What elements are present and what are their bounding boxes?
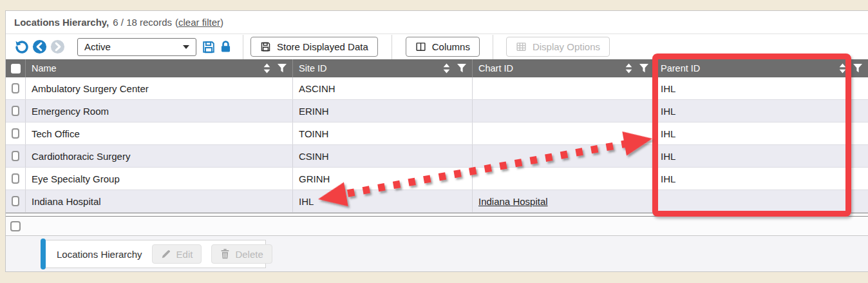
filter-funnel-icon[interactable]: [639, 64, 648, 73]
column-header-parent-id[interactable]: Parent ID: [654, 59, 868, 77]
column-label-name: Name: [32, 63, 256, 73]
cell-name: Eye Specialty Group: [25, 168, 292, 190]
columns-label: Columns: [432, 41, 470, 52]
sort-icon[interactable]: [625, 63, 633, 73]
row-checkbox-cell: [6, 190, 25, 212]
cell-site-id: GRINH: [292, 168, 472, 190]
cell-parent-id: [654, 190, 868, 212]
display-options-label: Display Options: [533, 41, 600, 52]
records-count: 6 / 18 records: [113, 17, 172, 28]
row-checkbox-cell: [6, 77, 25, 99]
sort-icon[interactable]: [838, 63, 847, 73]
cell-site-id: CSINH: [292, 145, 472, 167]
column-label-site-id: Site ID: [299, 63, 436, 73]
cell-site-id: ERINH: [292, 100, 472, 122]
paren-close: ): [220, 17, 223, 28]
sort-icon[interactable]: [263, 63, 271, 73]
table-row[interactable]: Ambulatory Surgery Center ASCINH IHL: [6, 77, 868, 100]
columns-button[interactable]: Columns: [406, 37, 480, 57]
store-displayed-data-label: Store Displayed Data: [277, 41, 368, 52]
lock-icon[interactable]: [219, 40, 232, 54]
chevron-down-icon: [183, 45, 189, 49]
view-filter-select[interactable]: Active: [77, 38, 196, 56]
column-header-site-id[interactable]: Site ID: [292, 59, 472, 77]
cell-chart-id: [472, 168, 654, 190]
forward-button-icon[interactable]: [50, 39, 65, 54]
cell-parent-id: IHL: [654, 145, 868, 167]
save-icon: [260, 41, 271, 52]
accent-bar: [41, 239, 46, 269]
filter-funnel-icon[interactable]: [457, 64, 466, 73]
cell-parent-id: IHL: [654, 168, 868, 190]
filter-funnel-icon[interactable]: [278, 64, 287, 73]
cell-name: Tech Office: [25, 122, 292, 144]
bottom-section: Locations Hierarchy Edit Delete: [6, 236, 868, 271]
page-title: Locations Hierarchy,: [14, 17, 109, 28]
toolbar: Active Store Displayed Data: [6, 34, 868, 59]
cell-chart-id: [472, 100, 654, 122]
store-displayed-data-button[interactable]: Store Displayed Data: [250, 37, 378, 57]
save-view-icon[interactable]: [202, 40, 216, 54]
trash-icon: [220, 249, 230, 259]
cell-chart-id: Indiana Hospital: [472, 190, 654, 212]
panel-title-bar: Locations Hierarchy, 6 / 18 records ( cl…: [6, 11, 868, 34]
cell-site-id: IHL: [292, 190, 472, 212]
row-checkbox-cell: [6, 100, 25, 122]
display-options-button[interactable]: Display Options: [506, 37, 610, 57]
delete-button-label: Delete: [235, 249, 263, 260]
selection-title: Locations Hierarchy: [57, 249, 142, 260]
refresh-icon[interactable]: [14, 39, 29, 55]
row-checkbox[interactable]: [12, 151, 19, 161]
delete-button[interactable]: Delete: [211, 244, 272, 264]
cell-parent-id: IHL: [654, 122, 868, 144]
toolbar-divider: [392, 35, 392, 59]
row-checkbox[interactable]: [12, 83, 19, 93]
cell-site-id: TOINH: [292, 122, 472, 144]
cell-name: Emergency Room: [25, 100, 292, 122]
select-all-checkbox-cell: [6, 59, 25, 77]
edit-button-label: Edit: [176, 249, 193, 260]
pencil-icon: [161, 249, 171, 259]
row-checkbox-cell: [6, 168, 25, 190]
row-checkbox[interactable]: [12, 173, 19, 184]
column-header-chart-id[interactable]: Chart ID: [472, 59, 654, 77]
table-row[interactable]: Emergency Room ERINH IHL: [6, 100, 868, 122]
filter-funnel-icon[interactable]: [853, 64, 862, 73]
select-all-checkbox[interactable]: [11, 64, 21, 73]
toolbar-divider: [243, 35, 243, 59]
table-row[interactable]: Cardiothoracic Surgery CSINH IHL: [6, 145, 868, 168]
cell-chart-id: [472, 145, 654, 167]
row-checkbox[interactable]: [12, 196, 19, 206]
column-header-name[interactable]: Name: [25, 59, 292, 77]
edit-button[interactable]: Edit: [152, 244, 202, 264]
column-label-chart-id: Chart ID: [478, 63, 618, 73]
row-checkbox[interactable]: [12, 128, 19, 139]
sort-icon[interactable]: [442, 63, 451, 73]
cell-name: Ambulatory Surgery Center: [25, 77, 292, 99]
footer-checkbox[interactable]: [10, 221, 21, 231]
table-row[interactable]: Tech Office TOINH IHL: [6, 122, 868, 145]
columns-icon: [415, 41, 426, 52]
column-label-parent-id: Parent ID: [661, 63, 832, 73]
chart-id-link[interactable]: Indiana Hospital: [478, 196, 548, 207]
cell-parent-id: IHL: [654, 100, 868, 122]
cell-chart-id: [472, 122, 654, 144]
clear-filter-link[interactable]: clear filter: [178, 17, 220, 28]
cell-site-id: ASCINH: [292, 77, 472, 99]
table-grid-icon: [516, 41, 527, 52]
row-checkbox-cell: [6, 145, 25, 167]
back-button-icon[interactable]: [32, 39, 47, 54]
selection-action-box: Locations Hierarchy Edit Delete: [42, 240, 266, 268]
cell-name: Cardiothoracic Surgery: [25, 145, 292, 167]
row-checkbox-cell: [6, 122, 25, 144]
table-header-row: Name Site ID Chart ID: [6, 59, 868, 77]
cell-name: Indiana Hospital: [25, 190, 292, 212]
table-row[interactable]: Indiana Hospital IHL Indiana Hospital: [6, 190, 868, 213]
row-checkbox[interactable]: [12, 106, 19, 116]
view-filter-value: Active: [84, 41, 183, 52]
table-footer-row: [6, 217, 868, 236]
locations-hierarchy-panel: Locations Hierarchy, 6 / 18 records ( cl…: [5, 10, 868, 272]
toolbar-divider: [493, 35, 493, 59]
table-row[interactable]: Eye Specialty Group GRINH IHL: [6, 168, 868, 190]
cell-chart-id: [472, 77, 654, 99]
